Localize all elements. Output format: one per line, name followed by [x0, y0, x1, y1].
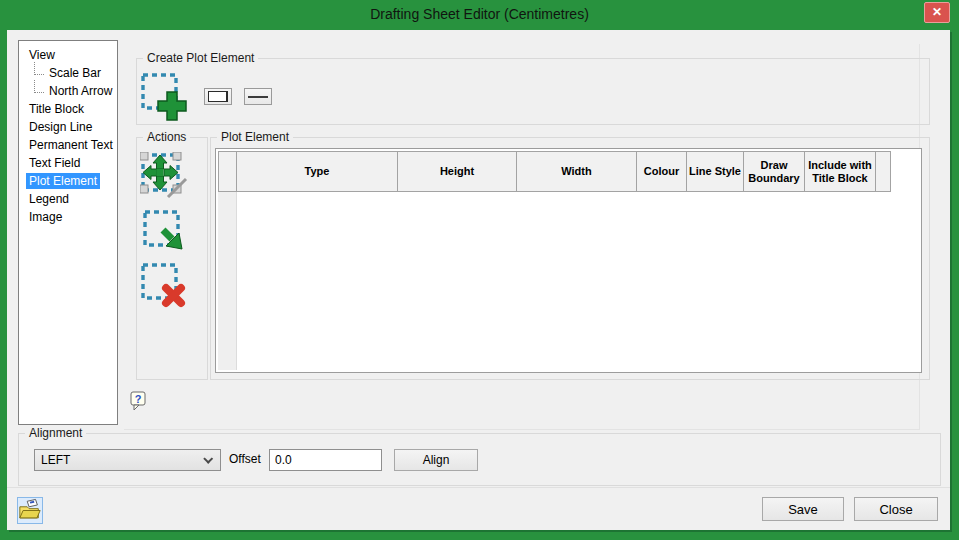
footer-separator	[7, 487, 950, 488]
close-dialog-button[interactable]: Close	[854, 497, 938, 521]
tree-item-text-field[interactable]: Text Field	[26, 154, 117, 172]
move-element-button[interactable]	[140, 152, 188, 198]
plot-element-table: Type Height Width Colour Line Style Draw…	[215, 148, 922, 373]
help-button[interactable]: ?	[130, 391, 148, 411]
delete-element-button[interactable]	[140, 262, 186, 308]
resize-element-button[interactable]	[142, 209, 186, 253]
column-header-colour: Colour	[636, 151, 687, 192]
save-button[interactable]: Save	[762, 497, 844, 521]
tree-item-design-line[interactable]: Design Line	[26, 118, 117, 136]
line-icon	[248, 96, 268, 98]
tree-item-label: Design Line	[26, 119, 95, 135]
column-header-draw-boundary: Draw Boundary	[743, 151, 805, 192]
alignment-dropdown-value: LEFT	[41, 453, 70, 467]
column-header-spacer	[218, 151, 237, 192]
add-plot-element-icon	[140, 72, 188, 122]
tree-connector	[34, 80, 44, 93]
align-button[interactable]: Align	[394, 449, 478, 471]
open-folder-icon	[18, 498, 42, 523]
tree-item-north-arrow[interactable]: North Arrow	[26, 82, 117, 100]
drafting-sheet-editor-window: Drafting Sheet Editor (Centimetres) ✕ Vi…	[0, 0, 959, 540]
add-plot-element-button[interactable]	[140, 72, 188, 122]
offset-input[interactable]	[269, 449, 382, 471]
actions-group: Actions	[136, 137, 208, 380]
tree-item-label: Title Block	[26, 101, 87, 117]
tree-item-label-selected: Plot Element	[26, 173, 100, 189]
actions-group-label: Actions	[143, 130, 190, 144]
rectangle-element-button[interactable]	[204, 88, 232, 105]
delete-x-icon	[140, 262, 186, 308]
tree-item-label: Permanent Text	[26, 137, 116, 153]
alignment-dropdown[interactable]: LEFT	[34, 449, 221, 471]
tree-item-label: Image	[26, 209, 65, 225]
create-plot-element-group: Create Plot Element	[136, 58, 930, 125]
help-icon: ?	[130, 391, 148, 411]
tree-item-image[interactable]: Image	[26, 208, 117, 226]
tree-item-title-block[interactable]: Title Block	[26, 100, 117, 118]
offset-label: Offset	[229, 452, 261, 466]
create-plot-element-group-label: Create Plot Element	[143, 51, 258, 65]
column-header-include-with-title-block: Include with Title Block	[804, 151, 876, 192]
tree-item-label: Legend	[26, 191, 72, 207]
tree-item-label: Text Field	[26, 155, 83, 171]
column-header-line-style: Line Style	[686, 151, 744, 192]
column-header-end-spacer	[875, 151, 891, 192]
open-file-button[interactable]	[17, 497, 43, 524]
rectangle-icon	[208, 91, 228, 102]
tree-item-label: North Arrow	[46, 83, 115, 99]
window-title: Drafting Sheet Editor (Centimetres)	[0, 0, 959, 30]
tree-item-label: Scale Bar	[46, 65, 104, 81]
plot-element-group: Plot Element Type Height Width Colour Li…	[210, 137, 930, 380]
save-button-label: Save	[788, 502, 818, 517]
plot-element-group-label: Plot Element	[217, 130, 293, 144]
element-tree: View Scale Bar North Arrow Title Block D…	[18, 40, 118, 425]
line-element-button[interactable]	[244, 88, 272, 105]
alignment-group: Alignment LEFT Offset Align	[18, 433, 941, 486]
tree-item-plot-element[interactable]: Plot Element	[26, 172, 117, 190]
column-header-height: Height	[397, 151, 517, 192]
close-button[interactable]: ✕	[924, 2, 950, 23]
move-icon	[140, 152, 188, 198]
tree-connector	[34, 62, 44, 75]
chevron-down-icon	[203, 454, 213, 464]
tree-item-permanent-text[interactable]: Permanent Text	[26, 136, 117, 154]
close-icon: ✕	[932, 5, 942, 19]
svg-text:?: ?	[135, 393, 142, 405]
column-header-width: Width	[516, 151, 637, 192]
table-header-row: Type Height Width Colour Line Style Draw…	[218, 151, 891, 192]
resize-arrow-icon	[142, 209, 186, 253]
tree-item-legend[interactable]: Legend	[26, 190, 117, 208]
column-header-type: Type	[236, 151, 398, 192]
alignment-group-label: Alignment	[25, 426, 86, 440]
align-button-label: Align	[423, 453, 450, 467]
title-bar[interactable]: Drafting Sheet Editor (Centimetres) ✕	[0, 0, 959, 30]
close-button-label: Close	[879, 502, 912, 517]
